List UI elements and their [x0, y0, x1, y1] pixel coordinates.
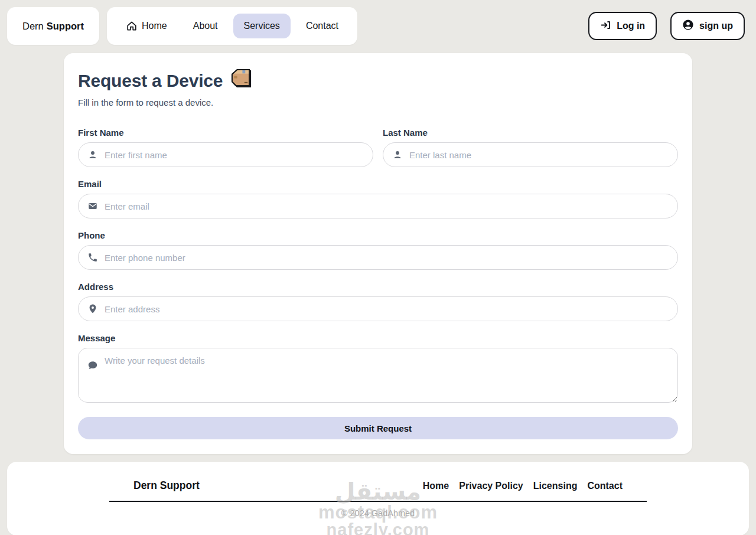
address-field-block: Address: [78, 282, 678, 321]
user-icon: [392, 149, 403, 160]
page: Dern Support Home About Services Contact: [0, 0, 756, 535]
nav-item-label: Contact: [306, 21, 338, 31]
footer-link-contact[interactable]: Contact: [587, 481, 623, 491]
phone-input[interactable]: [78, 245, 678, 270]
login-button-label: Log in: [617, 21, 645, 31]
package-icon: [230, 68, 252, 93]
signup-button-label: sign up: [699, 21, 733, 31]
login-button[interactable]: Log in: [588, 12, 657, 40]
address-input[interactable]: [78, 296, 678, 321]
footer-link-privacy-policy[interactable]: Privacy Policy: [459, 481, 523, 491]
email-field-block: Email: [78, 179, 678, 218]
phone-label: Phone: [78, 230, 678, 241]
footer-link-home[interactable]: Home: [423, 481, 449, 491]
first-name-field-block: First Name: [78, 128, 373, 167]
request-form: First Name Last Name: [78, 128, 678, 439]
footer-row: Dern Support Home Privacy Policy Licensi…: [133, 479, 623, 492]
message-textarea[interactable]: [78, 348, 678, 403]
email-label: Email: [78, 179, 678, 190]
nav-item-contact[interactable]: Contact: [295, 14, 349, 38]
footer-brand: Dern Support: [133, 479, 200, 492]
phone-icon: [87, 252, 98, 263]
first-name-input[interactable]: [78, 142, 373, 167]
location-pin-icon: [87, 304, 98, 314]
user-icon: [87, 149, 98, 160]
main-nav: Home About Services Contact: [107, 7, 357, 45]
brand-first-word: Dern: [22, 21, 44, 32]
mail-icon: [87, 201, 98, 211]
copyright-text: © 2024 GadAhmed: [7, 508, 749, 518]
top-navigation-bar: Dern Support Home About Services Contact: [0, 0, 756, 45]
name-row: First Name Last Name: [78, 128, 678, 179]
signup-button[interactable]: sign up: [670, 12, 745, 40]
page-subtitle: Fill in the form to request a device.: [78, 97, 678, 108]
nav-item-services[interactable]: Services: [233, 14, 291, 38]
nav-item-label: About: [193, 21, 218, 31]
brand-logo[interactable]: Dern Support: [7, 7, 99, 45]
login-arrow-icon: [600, 19, 611, 33]
footer-divider: [109, 501, 647, 502]
nav-item-label: Services: [244, 21, 280, 31]
user-circle-icon: [682, 19, 694, 33]
phone-field-block: Phone: [78, 230, 678, 270]
address-label: Address: [78, 282, 678, 292]
last-name-field-block: Last Name: [383, 128, 678, 167]
footer-link-licensing[interactable]: Licensing: [533, 481, 578, 491]
footer: Dern Support Home Privacy Policy Licensi…: [7, 462, 749, 535]
last-name-label: Last Name: [383, 128, 678, 138]
message-field-block: Message: [78, 333, 678, 405]
message-label: Message: [78, 333, 678, 344]
chat-bubble-icon: [87, 360, 98, 371]
nav-item-label: Home: [142, 21, 167, 31]
last-name-input[interactable]: [383, 142, 678, 167]
submit-request-button[interactable]: Submit Request: [78, 417, 678, 439]
request-device-card: Request a Device Fill in the form to req…: [64, 53, 692, 454]
email-input[interactable]: [78, 194, 678, 218]
first-name-label: First Name: [78, 128, 373, 138]
page-title: Request a Device: [78, 68, 678, 93]
footer-links: Home Privacy Policy Licensing Contact: [423, 481, 623, 491]
home-icon: [126, 20, 138, 32]
brand-second-word: Support: [47, 21, 84, 32]
nav-item-about[interactable]: About: [183, 14, 229, 38]
nav-item-home[interactable]: Home: [115, 13, 178, 39]
page-title-text: Request a Device: [78, 70, 223, 92]
